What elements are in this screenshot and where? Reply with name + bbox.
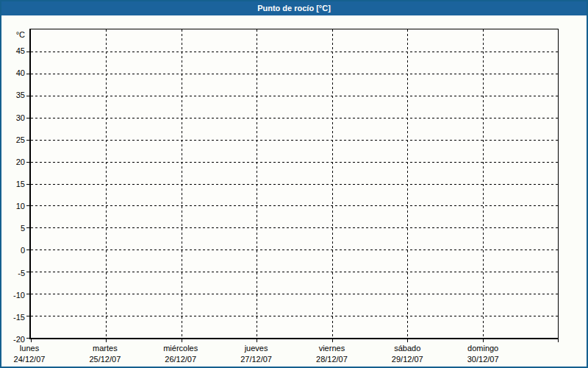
- x-axis-labels: lunes24/12/07martes25/12/07miércoles26/1…: [29, 342, 559, 365]
- h-gridline: [31, 250, 558, 250]
- y-tick: [26, 74, 29, 74]
- y-tick-label: -15: [13, 313, 25, 321]
- y-tick-label: -10: [13, 291, 25, 299]
- y-tick-label: -20: [13, 336, 25, 344]
- h-gridline: [31, 140, 558, 141]
- y-tick-label: 0: [21, 247, 25, 255]
- y-tick-label: 35: [16, 91, 25, 99]
- y-tick-label: 45: [16, 47, 25, 55]
- day-name: lunes: [14, 343, 46, 354]
- chart-window: Punto de rocío [°C] °C 45403530252015105…: [0, 0, 588, 368]
- h-gridline: [31, 52, 558, 52]
- h-gridline: [31, 227, 558, 228]
- day-name: domingo: [467, 343, 499, 354]
- y-tick-label: 15: [16, 180, 25, 188]
- h-gridline: [31, 205, 558, 206]
- day-name: miércoles: [163, 343, 198, 354]
- v-gridline: [483, 29, 484, 338]
- h-gridline: [31, 272, 558, 272]
- v-gridline: [106, 29, 107, 338]
- x-day-label: sábado29/12/07: [392, 343, 423, 365]
- x-day-label: miércoles26/12/07: [163, 343, 198, 365]
- y-tick: [26, 272, 29, 272]
- h-gridline: [31, 118, 558, 118]
- y-tick: [26, 338, 29, 339]
- v-gridline: [182, 29, 182, 338]
- title-bar: Punto de rocío [°C]: [1, 1, 587, 15]
- y-tick: [26, 250, 29, 250]
- x-day-label: jueves27/12/07: [240, 343, 272, 365]
- y-tick-label: 5: [21, 224, 25, 233]
- day-date: 30/12/07: [467, 354, 499, 365]
- y-tick-label: 10: [16, 202, 25, 210]
- y-tick: [26, 52, 29, 52]
- y-tick-label: 25: [16, 135, 25, 144]
- h-gridline: [31, 294, 558, 294]
- y-tick-label: 20: [16, 158, 25, 166]
- x-day-label: lunes24/12/07: [14, 343, 46, 365]
- day-date: 24/12/07: [14, 354, 46, 365]
- h-gridline: [31, 316, 558, 316]
- h-gridline: [31, 74, 558, 74]
- y-tick-label: 30: [16, 113, 25, 121]
- x-day-label: domingo30/12/07: [467, 343, 499, 365]
- day-name: martes: [89, 343, 121, 354]
- y-tick: [26, 316, 29, 316]
- y-tick: [26, 140, 29, 141]
- plot-area: [29, 29, 559, 339]
- h-gridline: [31, 96, 558, 96]
- day-date: 29/12/07: [392, 354, 423, 365]
- day-name: viernes: [316, 343, 348, 354]
- y-tick: [26, 162, 29, 163]
- v-gridline: [257, 29, 257, 338]
- y-tick: [26, 118, 29, 118]
- day-date: 26/12/07: [163, 354, 198, 365]
- y-tick: [26, 227, 29, 228]
- x-day-label: viernes28/12/07: [316, 343, 348, 365]
- y-axis-labels: °C 454035302520151050-5-10-15-20: [1, 29, 28, 339]
- v-gridline: [407, 29, 408, 338]
- y-tick: [26, 294, 29, 294]
- y-tick-label: 40: [16, 69, 25, 77]
- y-tick-label: -5: [18, 269, 25, 277]
- day-name: sábado: [392, 343, 423, 354]
- y-tick: [26, 184, 29, 185]
- y-axis-unit-label: °C: [16, 31, 25, 39]
- h-gridline: [31, 162, 558, 163]
- h-gridline: [31, 184, 558, 185]
- y-tick: [26, 96, 29, 96]
- y-tick: [26, 205, 29, 206]
- x-day-label: martes25/12/07: [89, 343, 121, 365]
- day-date: 27/12/07: [240, 354, 272, 365]
- day-date: 25/12/07: [89, 354, 121, 365]
- v-gridline: [332, 29, 333, 338]
- day-name: jueves: [240, 343, 272, 354]
- day-date: 28/12/07: [316, 354, 348, 365]
